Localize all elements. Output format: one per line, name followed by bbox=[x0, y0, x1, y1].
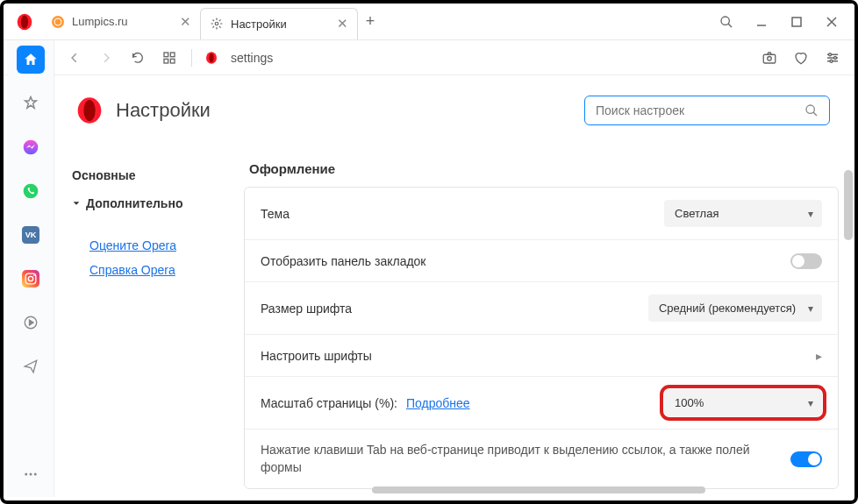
zoom-learn-more-link[interactable]: Подробнее bbox=[406, 396, 470, 410]
reload-button[interactable] bbox=[128, 48, 147, 67]
svg-point-9 bbox=[25, 473, 27, 476]
nav-rate-opera[interactable]: Оцените Opera bbox=[72, 233, 237, 258]
browser-sidebar: VK bbox=[7, 40, 54, 497]
back-button[interactable] bbox=[65, 48, 84, 67]
svg-rect-21 bbox=[170, 53, 175, 57]
scrollbar-vertical[interactable] bbox=[844, 170, 853, 240]
minimize-button[interactable] bbox=[746, 6, 777, 38]
sidebar-bookmark-icon[interactable] bbox=[17, 89, 45, 117]
scrollbar-horizontal[interactable] bbox=[372, 486, 705, 493]
fonts-label: Настроить шрифты bbox=[261, 349, 807, 363]
new-tab-button[interactable]: + bbox=[358, 10, 383, 34]
zoom-select[interactable]: 100% bbox=[664, 389, 822, 416]
sidebar-vk-icon[interactable]: VK bbox=[17, 221, 45, 249]
sidebar-home-icon[interactable] bbox=[17, 46, 45, 74]
svg-point-31 bbox=[829, 53, 832, 55]
svg-point-14 bbox=[52, 16, 64, 28]
tab-close-icon[interactable]: ✕ bbox=[180, 14, 191, 30]
svg-point-7 bbox=[32, 274, 34, 276]
tab-title: Настройки bbox=[231, 18, 287, 31]
fontsize-select[interactable]: Средний (рекомендуется) bbox=[648, 295, 822, 322]
svg-rect-26 bbox=[763, 54, 776, 63]
tab-close-icon[interactable]: ✕ bbox=[337, 16, 348, 32]
sidebar-more-icon[interactable] bbox=[17, 460, 45, 488]
svg-point-33 bbox=[830, 60, 833, 62]
sidebar-whatsapp-icon[interactable] bbox=[17, 177, 45, 205]
svg-text:VK: VK bbox=[25, 231, 36, 239]
titlebar: Lumpics.ru ✕ Настройки ✕ + bbox=[4, 4, 854, 40]
opera-logo-icon bbox=[16, 13, 33, 31]
settings-nav: Основные Дополнительно Оцените Opera Спр… bbox=[51, 146, 244, 489]
svg-rect-23 bbox=[170, 59, 175, 63]
tab-lumpics[interactable]: Lumpics.ru ✕ bbox=[42, 7, 200, 37]
tab-title: Lumpics.ru bbox=[72, 15, 128, 28]
easy-setup-icon[interactable] bbox=[823, 48, 842, 67]
search-icon bbox=[804, 103, 819, 117]
row-bookmarks: Отобразить панель закладок bbox=[245, 240, 838, 282]
svg-point-13 bbox=[21, 15, 28, 28]
nav-help-opera[interactable]: Справка Opera bbox=[72, 258, 237, 282]
sidebar-messenger-icon[interactable] bbox=[17, 133, 45, 161]
toolbar: settings bbox=[4, 40, 854, 75]
chevron-down-icon bbox=[72, 199, 81, 208]
svg-point-10 bbox=[29, 473, 32, 476]
fontsize-label: Размер шрифта bbox=[261, 302, 640, 316]
svg-point-16 bbox=[215, 22, 218, 25]
section-title: Оформление bbox=[249, 161, 839, 176]
svg-point-35 bbox=[83, 100, 95, 121]
settings-panel: Оформление Тема Светлая Отобразить панел… bbox=[244, 146, 854, 489]
bookmarks-toggle[interactable] bbox=[790, 253, 822, 269]
sidebar-instagram-icon[interactable] bbox=[17, 265, 45, 293]
row-fontsize: Размер шрифта Средний (рекомендуется) bbox=[245, 282, 838, 335]
sidebar-play-icon[interactable] bbox=[17, 309, 45, 337]
nav-advanced[interactable]: Дополнительно bbox=[72, 189, 237, 217]
svg-rect-4 bbox=[22, 270, 39, 287]
opera-logo-icon bbox=[75, 96, 104, 124]
maximize-button[interactable] bbox=[781, 6, 812, 38]
tab-favicon-icon bbox=[51, 15, 65, 29]
bookmarks-label: Отобразить панель закладок bbox=[261, 254, 782, 268]
svg-point-27 bbox=[768, 56, 772, 60]
svg-rect-22 bbox=[164, 59, 168, 63]
svg-point-32 bbox=[834, 56, 837, 59]
row-tabkey: Нажатие клавиши Tab на веб-странице прив… bbox=[245, 429, 838, 488]
heart-icon[interactable] bbox=[791, 48, 811, 67]
row-zoom: Масштаб страницы (%): Подробнее 100% bbox=[245, 377, 838, 429]
sidebar-send-icon[interactable] bbox=[17, 352, 45, 380]
forward-button[interactable] bbox=[97, 48, 116, 67]
svg-point-11 bbox=[33, 473, 36, 476]
theme-label: Тема bbox=[261, 207, 655, 221]
snapshot-icon[interactable] bbox=[760, 48, 779, 67]
zoom-label: Масштаб страницы (%): bbox=[261, 396, 397, 410]
page-title: Настройки bbox=[116, 99, 211, 122]
tab-strip: Lumpics.ru ✕ Настройки ✕ + bbox=[42, 4, 711, 39]
svg-rect-19 bbox=[792, 18, 801, 26]
chevron-right-icon: ▸ bbox=[816, 349, 822, 363]
nav-main[interactable]: Основные bbox=[72, 161, 237, 189]
settings-page: Настройки Основные Дополнительно Оцените… bbox=[51, 75, 854, 489]
svg-point-25 bbox=[209, 53, 213, 62]
close-button[interactable] bbox=[816, 6, 847, 38]
speed-dial-button[interactable] bbox=[160, 48, 179, 67]
svg-point-1 bbox=[23, 184, 38, 199]
svg-point-17 bbox=[721, 17, 729, 25]
search-icon[interactable] bbox=[711, 6, 742, 38]
settings-search[interactable] bbox=[584, 96, 830, 125]
tabkey-label: Нажатие клавиши Tab на веб-странице прив… bbox=[261, 442, 782, 476]
svg-rect-20 bbox=[164, 53, 168, 57]
tabkey-toggle[interactable] bbox=[790, 451, 822, 467]
appearance-card: Тема Светлая Отобразить панель закладок … bbox=[244, 187, 839, 489]
address-bar[interactable]: settings bbox=[231, 51, 747, 65]
svg-point-36 bbox=[806, 105, 814, 113]
tab-settings[interactable]: Настройки ✕ bbox=[200, 8, 358, 39]
theme-select[interactable]: Светлая bbox=[664, 200, 822, 227]
opera-small-icon bbox=[204, 51, 218, 65]
divider bbox=[191, 49, 192, 67]
search-input[interactable] bbox=[596, 103, 804, 117]
settings-header: Настройки bbox=[51, 75, 854, 146]
gear-icon bbox=[210, 17, 224, 31]
row-theme: Тема Светлая bbox=[245, 188, 838, 240]
row-fonts[interactable]: Настроить шрифты ▸ bbox=[245, 335, 838, 377]
